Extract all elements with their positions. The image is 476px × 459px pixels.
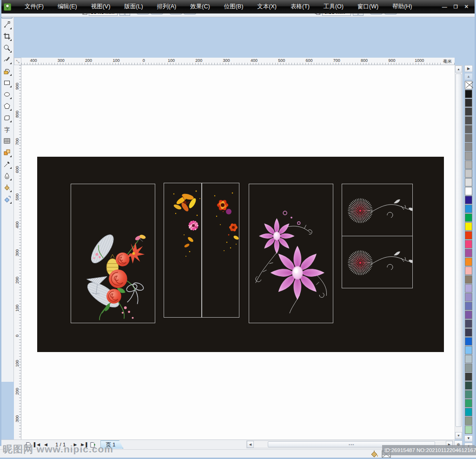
color-swatch-14[interactable] <box>465 205 472 213</box>
scroll-up-arrow[interactable]: ▲ <box>455 66 462 73</box>
color-swatch-24[interactable] <box>465 293 472 301</box>
palette-scroll-down-button[interactable]: ▼ <box>464 435 473 442</box>
panel-rose-bouquet[interactable] <box>71 184 155 323</box>
color-swatch-9[interactable] <box>465 160 472 169</box>
blend-tool-icon <box>3 149 11 156</box>
color-swatch-25[interactable] <box>465 302 472 310</box>
vertical-scroll-thumb[interactable] <box>456 73 462 427</box>
scroll-left-arrow[interactable]: ◀ <box>247 441 254 448</box>
eyedropper-tool[interactable] <box>1 159 13 170</box>
crop-tool[interactable] <box>1 31 13 42</box>
panel-pink-lotus[interactable] <box>249 184 333 323</box>
color-swatch-7[interactable] <box>465 143 472 151</box>
color-swatch-11[interactable] <box>465 178 472 186</box>
color-swatch-3[interactable] <box>465 107 472 116</box>
horizontal-ruler[interactable]: 毫米 4003002001000100200300400500600700800… <box>21 58 455 65</box>
color-swatch-2[interactable] <box>465 99 472 107</box>
vertical-ruler[interactable]: 9008007006005004003002001000100200300 <box>14 65 21 439</box>
blend-tool[interactable] <box>1 147 13 158</box>
color-swatch-20[interactable] <box>465 258 472 266</box>
color-swatch-39[interactable] <box>465 426 472 434</box>
color-swatch-19[interactable] <box>465 249 472 257</box>
smart-fill-tool[interactable] <box>1 66 13 77</box>
menu-item-7[interactable]: 文本(X) <box>250 0 284 13</box>
menu-item-8[interactable]: 表格(T) <box>284 0 317 13</box>
table-tool-icon <box>3 137 11 145</box>
color-swatch-33[interactable] <box>465 373 472 381</box>
color-swatch-31[interactable] <box>465 355 472 363</box>
color-swatch-27[interactable] <box>465 319 472 328</box>
menu-item-5[interactable]: 效果(C) <box>183 0 217 13</box>
color-swatch-17[interactable] <box>465 231 472 239</box>
color-swatch-15[interactable] <box>465 213 472 222</box>
color-swatch-8[interactable] <box>465 152 472 160</box>
vruler-label-300: 300 <box>15 416 20 422</box>
menu-item-9[interactable]: 工具(O) <box>317 0 350 13</box>
text-tool[interactable]: 字 <box>1 124 13 135</box>
color-swatch-38[interactable] <box>465 417 472 425</box>
menu-item-4[interactable]: 排列(A) <box>150 0 184 13</box>
table-tool[interactable] <box>1 135 13 146</box>
rectangle-tool-icon <box>3 79 11 86</box>
shape-tool[interactable] <box>1 19 13 30</box>
outline-tool[interactable] <box>1 170 13 181</box>
color-swatch-29[interactable] <box>465 337 472 346</box>
color-swatch-23[interactable] <box>465 284 472 293</box>
doc-restore-icon[interactable]: ❐ <box>454 4 458 9</box>
polygon-tool-icon <box>3 102 11 110</box>
color-swatch-26[interactable] <box>465 311 472 319</box>
menu-item-2[interactable]: 视图(V) <box>84 0 118 13</box>
color-swatch-21[interactable] <box>465 266 472 275</box>
color-swatch-37[interactable] <box>465 408 472 416</box>
panel-stipple-rose-bottom[interactable] <box>342 236 413 288</box>
menu-item-1[interactable]: 编辑(E) <box>51 0 84 13</box>
color-swatch-28[interactable] <box>465 328 472 337</box>
menu-item-6[interactable]: 位图(B) <box>217 0 251 13</box>
smart-fill-tool-icon <box>3 67 11 75</box>
ruler-origin-button[interactable]: ⤡ <box>14 58 21 65</box>
black-artboard-rectangle[interactable] <box>37 157 444 352</box>
doc-close-icon[interactable]: ✕ <box>464 4 469 10</box>
polygon-tool[interactable] <box>1 100 13 112</box>
panel-stipple-rose-top[interactable] <box>342 184 413 236</box>
color-swatch-12[interactable] <box>465 187 472 195</box>
vertical-scrollbar[interactable]: ▲ ▼ <box>455 65 463 439</box>
color-swatch-34[interactable] <box>465 381 472 390</box>
doc-minimize-icon[interactable]: — <box>442 4 447 10</box>
vruler-label-700: 700 <box>15 139 20 145</box>
color-swatch-30[interactable] <box>465 346 472 354</box>
zoom-tool[interactable] <box>1 42 13 53</box>
color-swatch-32[interactable] <box>465 364 472 372</box>
color-swatch-4[interactable] <box>465 116 472 125</box>
color-swatch-5[interactable] <box>465 125 472 133</box>
rose-bouquet-artwork <box>71 184 155 323</box>
color-swatch-18[interactable] <box>465 240 472 248</box>
color-swatch-10[interactable] <box>465 169 472 178</box>
color-swatch-1[interactable] <box>465 90 472 98</box>
panel-door-right[interactable] <box>202 183 239 318</box>
color-swatch-16[interactable] <box>465 222 472 231</box>
color-swatch-22[interactable] <box>465 275 472 284</box>
menu-item-3[interactable]: 版面(L) <box>117 0 150 13</box>
menu-item-0[interactable]: 文件(F) <box>18 0 51 13</box>
color-swatch-13[interactable] <box>465 196 472 204</box>
color-swatch-6[interactable] <box>465 134 472 142</box>
rectangle-tool[interactable] <box>1 77 13 88</box>
menu-item-11[interactable]: 帮助(H) <box>385 0 419 13</box>
freehand-tool[interactable] <box>1 54 13 65</box>
interactive-fill-tool[interactable] <box>1 193 13 205</box>
ellipse-tool-icon <box>3 91 11 98</box>
basic-shapes-tool[interactable] <box>1 112 13 123</box>
panel-door-left[interactable] <box>164 183 202 318</box>
scroll-down-arrow[interactable]: ▼ <box>455 432 462 439</box>
vruler-label-900: 900 <box>15 83 20 90</box>
menu-item-10[interactable]: 窗口(W) <box>350 0 385 13</box>
palette-scroll-up-button[interactable]: ▲ <box>464 73 473 80</box>
fill-tool[interactable] <box>1 182 13 193</box>
color-swatch-36[interactable] <box>465 399 472 407</box>
palette-flyout-button[interactable]: ▶ <box>464 65 473 72</box>
swatch-none[interactable] <box>465 81 472 89</box>
ellipse-tool[interactable] <box>1 89 13 100</box>
vruler-label-300: 300 <box>15 250 20 256</box>
color-swatch-35[interactable] <box>465 390 472 399</box>
